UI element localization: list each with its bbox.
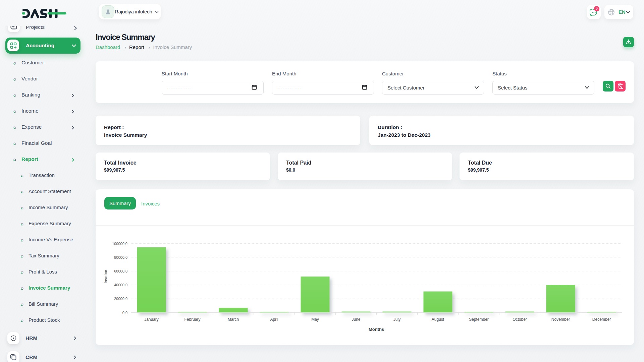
svg-text:20000.0: 20000.0: [114, 297, 127, 301]
svg-text:May: May: [311, 317, 319, 322]
svg-text:August: August: [432, 317, 444, 322]
svg-text:July: July: [393, 317, 400, 322]
svg-text:October: October: [513, 317, 527, 322]
svg-text:Months: Months: [369, 327, 384, 332]
svg-text:April: April: [270, 317, 278, 322]
svg-text:100000.0: 100000.0: [112, 242, 127, 246]
svg-text:60000.0: 60000.0: [114, 269, 127, 273]
svg-text:March: March: [228, 317, 239, 322]
svg-text:January: January: [144, 317, 159, 322]
svg-text:80000.0: 80000.0: [114, 255, 127, 259]
svg-text:Invoice: Invoice: [104, 270, 108, 284]
svg-text:September: September: [469, 317, 489, 322]
svg-text:0.0: 0.0: [122, 311, 127, 315]
svg-text:June: June: [352, 317, 360, 322]
svg-text:November: November: [551, 317, 570, 322]
svg-text:February: February: [184, 317, 200, 322]
svg-text:December: December: [592, 317, 611, 322]
svg-text:40000.0: 40000.0: [114, 283, 127, 287]
